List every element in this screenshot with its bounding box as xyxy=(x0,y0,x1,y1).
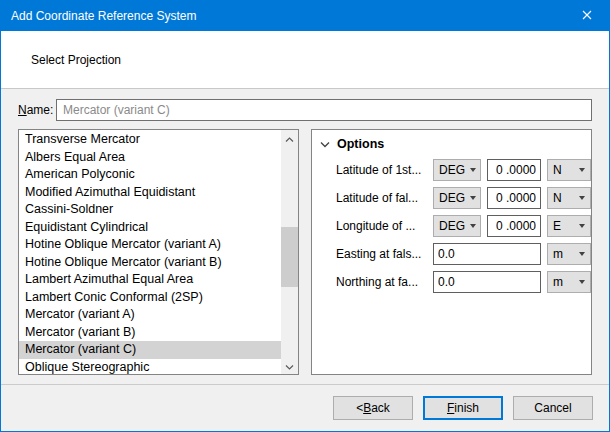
close-icon xyxy=(582,9,592,23)
options-header[interactable]: Options xyxy=(312,130,591,155)
button-bar: < Back Finish Cancel xyxy=(1,384,609,431)
window-title: Add Coordinate Reference System xyxy=(1,9,564,23)
name-label: Name: xyxy=(18,103,56,117)
step-title: Select Projection xyxy=(31,53,121,67)
list-item[interactable]: Lambert Azimuthal Equal Area xyxy=(19,271,281,289)
option-row: Northing at fa...m xyxy=(336,271,583,293)
hemisphere-dropdown[interactable]: N xyxy=(547,159,591,181)
chevron-up-icon xyxy=(285,132,294,146)
list-item[interactable]: Mercator (variant A) xyxy=(19,306,281,324)
angle-value-input[interactable] xyxy=(487,215,541,237)
dropdown-arrow-icon xyxy=(579,196,585,200)
list-item[interactable]: Mercator (variant C) xyxy=(19,341,281,359)
angle-value-input[interactable] xyxy=(487,187,541,209)
dropdown-arrow-icon xyxy=(470,196,476,200)
title-bar: Add Coordinate Reference System xyxy=(1,1,609,31)
close-button[interactable] xyxy=(564,1,609,31)
projection-listbox[interactable]: Transverse MercatorAlbers Equal AreaAmer… xyxy=(18,129,299,375)
option-label: Latitude of fal... xyxy=(336,191,433,205)
spacer xyxy=(1,375,609,384)
length-value-input[interactable] xyxy=(433,243,541,265)
angle-format-dropdown[interactable]: DEG xyxy=(433,215,481,237)
dropdown-arrow-icon xyxy=(470,224,476,228)
option-label: Latitude of 1st... xyxy=(336,163,433,177)
name-input[interactable] xyxy=(56,99,592,121)
option-row: Easting at fals...m xyxy=(336,243,583,265)
list-item[interactable]: Equidistant Cylindrical xyxy=(19,219,281,237)
option-row: Latitude of fal...DEGN xyxy=(336,187,583,209)
options-rows: Latitude of 1st...DEGNLatitude of fal...… xyxy=(312,155,591,293)
collapse-chevron-icon xyxy=(320,137,330,151)
dialog-body: Name: Transverse MercatorAlbers Equal Ar… xyxy=(1,89,609,431)
unit-dropdown[interactable]: m xyxy=(547,243,591,265)
hemisphere-dropdown[interactable]: N xyxy=(547,187,591,209)
dropdown-arrow-icon xyxy=(579,224,585,228)
dropdown-arrow-icon xyxy=(470,168,476,172)
list-item[interactable]: Albers Equal Area xyxy=(19,149,281,167)
wizard-header: Select Projection xyxy=(1,31,609,89)
projection-list-items: Transverse MercatorAlbers Equal AreaAmer… xyxy=(19,130,281,374)
content-area: Transverse MercatorAlbers Equal AreaAmer… xyxy=(18,129,592,375)
scrollbar-thumb[interactable] xyxy=(281,227,298,287)
hemisphere-dropdown[interactable]: E xyxy=(547,215,591,237)
angle-format-dropdown[interactable]: DEG xyxy=(433,187,481,209)
list-scrollbar[interactable] xyxy=(281,130,298,374)
list-item[interactable]: American Polyconic xyxy=(19,166,281,184)
list-item[interactable]: Modified Azimuthal Equidistant xyxy=(19,184,281,202)
dropdown-arrow-icon xyxy=(579,280,585,284)
list-item[interactable]: Lambert Conic Conformal (2SP) xyxy=(19,289,281,307)
name-row: Name: xyxy=(18,99,592,121)
list-item[interactable]: Transverse Mercator xyxy=(19,131,281,149)
cancel-button[interactable]: Cancel xyxy=(513,396,593,420)
finish-button[interactable]: Finish xyxy=(423,396,503,420)
dropdown-arrow-icon xyxy=(579,252,585,256)
scrollbar-up-button[interactable] xyxy=(281,130,298,147)
back-button[interactable]: < Back xyxy=(333,396,413,420)
options-panel: Options Latitude of 1st...DEGNLatitude o… xyxy=(311,129,592,375)
option-row: Longitude of ...DEGE xyxy=(336,215,583,237)
option-label: Longitude of ... xyxy=(336,219,433,233)
angle-format-dropdown[interactable]: DEG xyxy=(433,159,481,181)
option-label: Easting at fals... xyxy=(336,247,433,261)
list-item[interactable]: Oblique Stereographic xyxy=(19,359,281,375)
list-item[interactable]: Cassini-Soldner xyxy=(19,201,281,219)
options-title: Options xyxy=(337,137,384,151)
angle-value-input[interactable] xyxy=(487,159,541,181)
list-item[interactable]: Mercator (variant B) xyxy=(19,324,281,342)
list-item[interactable]: Hotine Oblique Mercator (variant B) xyxy=(19,254,281,272)
dialog-add-crs: Add Coordinate Reference System Select P… xyxy=(0,0,610,432)
scrollbar-down-button[interactable] xyxy=(281,357,298,374)
option-row: Latitude of 1st...DEGN xyxy=(336,159,583,181)
length-value-input[interactable] xyxy=(433,271,541,293)
dropdown-arrow-icon xyxy=(579,168,585,172)
unit-dropdown[interactable]: m xyxy=(547,271,591,293)
chevron-down-icon xyxy=(285,359,294,373)
option-label: Northing at fa... xyxy=(336,275,433,289)
list-item[interactable]: Hotine Oblique Mercator (variant A) xyxy=(19,236,281,254)
